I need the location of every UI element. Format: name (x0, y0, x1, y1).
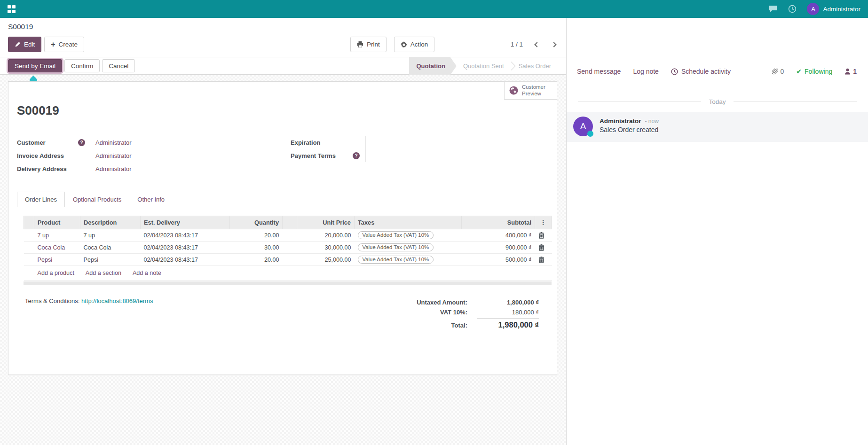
schedule-activity-button[interactable]: Schedule activity (671, 68, 731, 75)
tab-optional-products[interactable]: Optional Products (65, 192, 129, 207)
help-icon[interactable]: ? (353, 152, 360, 159)
form-sheet: Customer Preview S00019 Customer? Admini… (8, 81, 557, 375)
tax-badge: Value Added Tax (VAT) 10% (358, 243, 434, 251)
invoice-address-value[interactable]: Administrator (91, 152, 132, 159)
customer-preview-button[interactable]: Customer Preview (504, 81, 557, 100)
user-name: Administrator (823, 6, 860, 13)
delete-row-button[interactable] (535, 254, 552, 266)
message-author[interactable]: Administrator (600, 117, 641, 125)
date-divider-label: Today (701, 98, 733, 105)
add-a-note-link[interactable]: Add a note (133, 270, 161, 276)
table-row[interactable]: Coca Cola Coca Cola 02/04/2023 08:43:17 … (24, 242, 552, 254)
gear-icon (401, 41, 407, 48)
state-sales-order[interactable]: Sales Order (512, 62, 558, 70)
optional-columns-icon[interactable]: ⋮ (535, 216, 552, 229)
drag-handle-cell (24, 254, 34, 266)
taxes-column-header[interactable]: Taxes (355, 216, 462, 229)
tax-badge: Value Added Tax (VAT) 10% (358, 256, 434, 264)
subtotal-column-header[interactable]: Subtotal (462, 216, 535, 229)
attachments-button[interactable]: 0 (772, 68, 784, 75)
uom-cell (283, 229, 297, 242)
help-icon[interactable]: ? (78, 139, 85, 146)
description-column-header[interactable]: Description (80, 216, 141, 229)
create-label: Create (59, 41, 78, 48)
log-note-button[interactable]: Log note (633, 68, 659, 75)
printer-icon (357, 41, 363, 47)
product-cell[interactable]: 7 up (34, 229, 80, 242)
pencil-icon (15, 41, 21, 47)
send-by-email-button[interactable]: Send by Email (8, 59, 62, 72)
tab-order-lines[interactable]: Order Lines (17, 192, 65, 207)
product-column-header[interactable]: Product (34, 216, 80, 229)
tab-other-info[interactable]: Other Info (129, 192, 173, 207)
action-label: Action (410, 41, 428, 48)
activities-clock-icon[interactable] (788, 5, 797, 13)
statusbar: Send by Email Confirm Cancel Quotation Q… (0, 57, 566, 75)
est-delivery-cell: 02/04/2023 08:43:17 (141, 229, 230, 242)
delete-row-button[interactable] (535, 229, 552, 242)
user-menu[interactable]: A Administrator (807, 3, 860, 15)
totals-block: Untaxed Amount: 1,800,000 ₫ VAT 10%: 180… (388, 297, 539, 331)
pager-previous-button[interactable] (534, 42, 540, 47)
followers-button[interactable]: 1 (844, 68, 857, 75)
print-label: Print (367, 41, 380, 48)
drag-handle-cell (24, 229, 34, 242)
invoice-address-label: Invoice Address (17, 152, 91, 159)
message-body: Sales Order created (600, 126, 659, 133)
cancel-button[interactable]: Cancel (102, 59, 135, 72)
following-label: Following (805, 68, 832, 75)
vat-label: VAT 10%: (440, 309, 467, 316)
total-label: Total: (451, 322, 467, 329)
breadcrumb[interactable]: S00019 (8, 23, 559, 31)
order-lines-table: Product Description Est. Delivery Quanti… (24, 216, 552, 281)
product-cell[interactable]: Coca Cola (34, 242, 80, 254)
unit-price-column-header[interactable]: Unit Price (297, 216, 355, 229)
product-cell[interactable]: Pepsi (34, 254, 80, 266)
total-value: 1,980,000 ₫ (477, 319, 539, 329)
subtotal-cell: 900,000 ₫ (462, 242, 535, 254)
add-a-section-link[interactable]: Add a section (86, 270, 121, 276)
terms-label: Terms & Conditions: (25, 297, 79, 304)
state-quotation[interactable]: Quotation (409, 57, 457, 75)
state-quotation-sent[interactable]: Quotation Sent (457, 62, 511, 70)
apps-menu-icon[interactable] (8, 5, 16, 13)
messages-icon[interactable] (768, 5, 778, 13)
quantity-column-header[interactable]: Quantity (230, 216, 283, 229)
add-a-product-link[interactable]: Add a product (38, 270, 74, 276)
delivery-address-value[interactable]: Administrator (91, 165, 132, 172)
confirm-button[interactable]: Confirm (64, 59, 100, 72)
delete-row-button[interactable] (535, 242, 552, 254)
unit-price-cell: 20,000.00 (297, 229, 355, 242)
taxes-cell: Value Added Tax (VAT) 10% (355, 229, 462, 242)
tax-badge: Value Added Tax (VAT) 10% (358, 231, 434, 239)
record-title: S00019 (17, 103, 557, 118)
quantity-cell: 30.00 (230, 242, 283, 254)
create-button[interactable]: + Create (44, 37, 84, 52)
plus-icon: + (51, 41, 55, 48)
expiration-label: Expiration (291, 139, 365, 146)
send-message-button[interactable]: Send message (577, 68, 621, 75)
clock-icon (671, 68, 678, 75)
status-pipeline: Quotation Quotation Sent Sales Order (409, 57, 558, 75)
uom-column-header (283, 216, 297, 229)
table-row[interactable]: Pepsi Pepsi 02/04/2023 08:43:17 20.00 25… (24, 254, 552, 266)
following-button[interactable]: ✔ Following (796, 68, 832, 75)
chatter-message[interactable]: A Administrator - now Sales Order create… (567, 112, 868, 142)
action-button[interactable]: Action (394, 37, 435, 52)
print-button[interactable]: Print (350, 37, 387, 52)
customer-value[interactable]: Administrator (91, 139, 132, 146)
terms-link[interactable]: http://localhost:8069/terms (81, 297, 153, 304)
est-delivery-column-header[interactable]: Est. Delivery (141, 216, 230, 229)
table-scrollbar-strip[interactable] (24, 281, 552, 285)
pager-next-button[interactable] (551, 42, 557, 47)
subtotal-cell: 500,000 ₫ (462, 254, 535, 266)
paperclip-icon (772, 68, 778, 75)
vat-value: 180,000 ₫ (477, 309, 539, 316)
description-cell: 7 up (80, 229, 141, 242)
table-row[interactable]: 7 up 7 up 02/04/2023 08:43:17 20.00 20,0… (24, 229, 552, 242)
edit-button[interactable]: Edit (8, 37, 41, 52)
check-icon: ✔ (796, 68, 802, 75)
unit-price-cell: 30,000.00 (297, 242, 355, 254)
user-avatar: A (807, 3, 819, 15)
message-time: - now (645, 118, 659, 125)
